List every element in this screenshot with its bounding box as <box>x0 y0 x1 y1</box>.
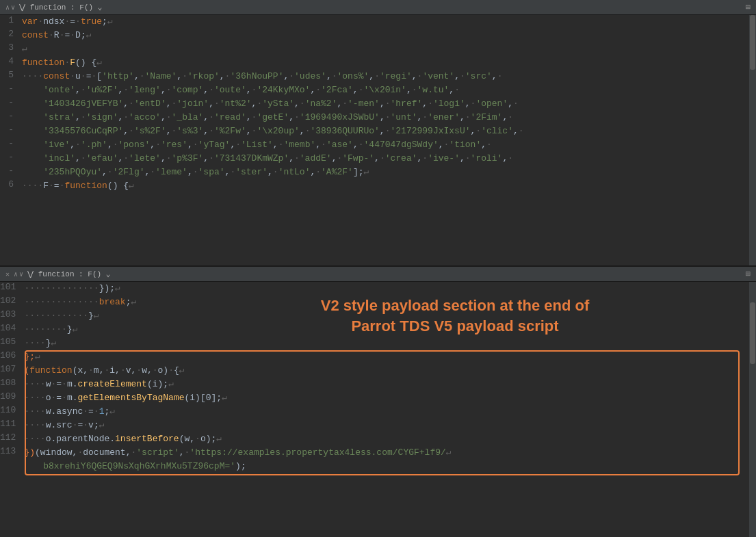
code-line-1: 1 var·ndsx·=·true;↵ <box>0 15 749 29</box>
code-line-5: 5 ····const·u·=·['http',·'Name',·'rkop',… <box>0 70 749 83</box>
code-line-5e: - '3345576CuCqRP',·'s%2F',·'s%3',·'%2Fw'… <box>0 125 749 138</box>
code-line-103: 103 ············}↵ <box>0 309 749 323</box>
code-line-109: 109 ····o·=·m.getElementsByTagName(i)[0]… <box>0 391 749 405</box>
pane-bottom-breadcrumb: ⋁ function : F() ⌄ <box>27 270 110 278</box>
code-line-5c: - '1403426jVEFYB',·'entD',·'join',·'nt%2… <box>0 97 749 111</box>
nav-arrows[interactable]: ∧ ∨ <box>5 3 15 12</box>
pane-top-header: ∧ ∨ ⋁ function : F() ⌄ ⊞ <box>0 0 756 15</box>
nav-arrows-bottom[interactable]: ∧ ∨ <box>14 270 23 278</box>
code-line-112: 112 ····o.parentNode.insertBefore(w,·o);… <box>0 432 749 446</box>
pane-top-breadcrumb: ⋁ function : F() ⌄ <box>19 3 102 12</box>
code-line-6: 6 ····F·=·function() {↵ <box>0 179 749 193</box>
code-line-5h: - '235hPQOyu',·'2Flg',·'leme',·'spa',·'s… <box>0 166 749 179</box>
code-line-2: 2 const·R·=·D;↵ <box>0 29 749 42</box>
code-line-104: 104 ········}↵ <box>0 323 749 337</box>
code-line-111: 111 ····w.src·=·v;↵ <box>0 419 749 432</box>
code-line-4: 4 function·F() {↵ <box>0 56 749 70</box>
expand-icon-bottom[interactable]: ⊞ <box>746 269 751 279</box>
code-line-105: 105 ····}↵ <box>0 337 749 350</box>
code-line-5d: - 'stra',·'sign',·'acco',·'_bla',·'read'… <box>0 111 749 125</box>
code-line-113b: b8xrehiY6QGEQ9NsXqhGXrhMXu5TZ96cpM='); <box>0 460 749 473</box>
code-line-5f: - 'ive',·'.ph',·'pons',·'res',·'yTag',·'… <box>0 138 749 152</box>
code-line-113: 113 })(window,·document,·'script',·'http… <box>0 446 749 460</box>
code-line-108: 108 ····w·=·m.createElement(i);↵ <box>0 378 749 391</box>
code-pane-bottom: ✕ ∧ ∨ ⋁ function : F() ⌄ ⊞ V2 style payl… <box>0 267 756 537</box>
code-line-101: 101 ··············});↵ <box>0 282 749 296</box>
code-line-110: 110 ····w.async·=·1;↵ <box>0 405 749 419</box>
scrollbar-thumb-bottom[interactable] <box>750 302 755 364</box>
scrollbar-thumb-top[interactable] <box>750 15 755 70</box>
expand-icon-top[interactable]: ⊞ <box>746 2 751 12</box>
code-area-top: 1 var·ndsx·=·true;↵ 2 const·R·=·D;↵ 3 ↵ … <box>0 15 756 265</box>
code-line-5b: - 'onte',·'u%2F',·'leng',·'comp',·'oute'… <box>0 83 749 97</box>
code-pane-top: ∧ ∨ ⋁ function : F() ⌄ ⊞ 1 var·ndsx·=·tr… <box>0 0 756 267</box>
code-line-106: 106 };↵ <box>0 350 749 364</box>
code-line-3: 3 ↵ <box>0 42 749 56</box>
pane-bottom-header: ✕ ∧ ∨ ⋁ function : F() ⌄ ⊞ <box>0 267 756 282</box>
scrollbar-bottom[interactable] <box>749 282 756 537</box>
scrollbar-top[interactable] <box>749 15 756 265</box>
code-line-5g: - 'incl',·'efau',·'lete',·'p%3F',·'73143… <box>0 152 749 166</box>
code-area-bottom: V2 style payload section at the end ofPa… <box>0 282 756 537</box>
code-line-107: 107 (function(x,·m,·i,·v,·w,·o)·{↵ <box>0 364 749 378</box>
code-line-102: 102 ··············break;↵ <box>0 296 749 309</box>
close-icon[interactable]: ✕ <box>5 270 10 278</box>
